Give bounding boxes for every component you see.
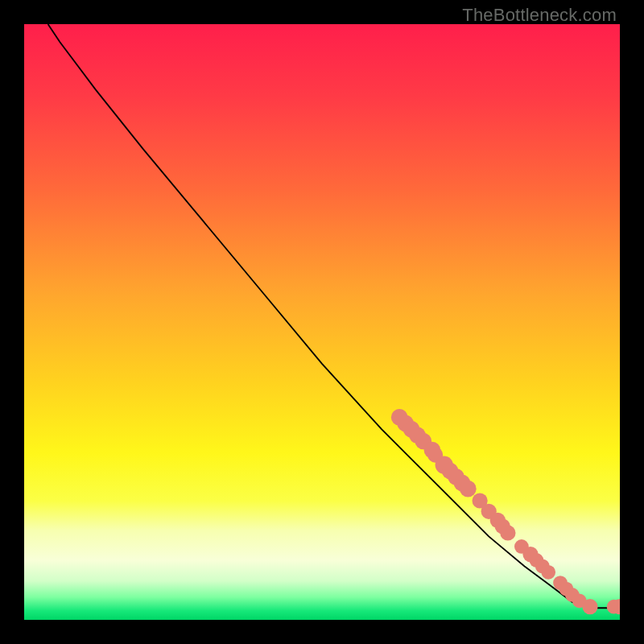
data-marker bbox=[541, 565, 555, 580]
plot-area bbox=[24, 24, 620, 620]
data-markers bbox=[391, 409, 620, 614]
data-marker bbox=[460, 481, 477, 497]
watermark-text: TheBottleneck.com bbox=[462, 5, 617, 26]
data-curve bbox=[48, 24, 620, 608]
chart-stage: TheBottleneck.com bbox=[0, 0, 644, 644]
data-marker bbox=[500, 525, 515, 540]
data-marker bbox=[582, 599, 597, 614]
curve-layer bbox=[24, 24, 620, 620]
